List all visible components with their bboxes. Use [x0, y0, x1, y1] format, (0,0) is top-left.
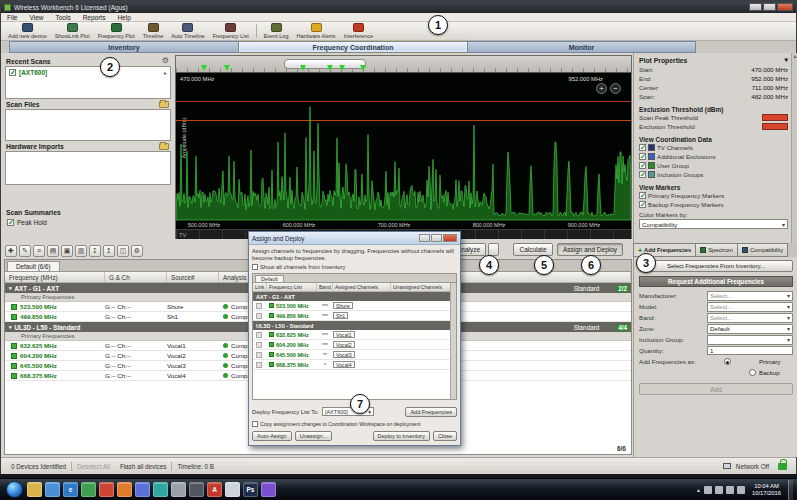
- deselect-all-button[interactable]: Deselect All: [72, 463, 115, 470]
- dialog-table-row[interactable]: 632.625 MHz *** Vocal1: [253, 330, 456, 340]
- link-icon[interactable]: [256, 313, 262, 319]
- backup-markers-toggle[interactable]: ✓Backup Frequency Markers: [639, 200, 788, 209]
- timeline-button[interactable]: Timeline: [139, 22, 168, 40]
- close-button[interactable]: [777, 3, 793, 11]
- tray-icon[interactable]: [704, 486, 712, 494]
- assigned-channel-chip[interactable]: Vocal2: [333, 341, 355, 348]
- app-icon-blue[interactable]: [135, 482, 150, 497]
- menu-file[interactable]: File: [1, 14, 23, 21]
- save-icon[interactable]: ▣: [61, 245, 73, 257]
- hardware-alerts-button[interactable]: Hardware Alerts: [292, 22, 339, 40]
- photoshop-icon[interactable]: Ps: [243, 482, 258, 497]
- tray-icon[interactable]: [715, 486, 723, 494]
- frequency-marker-icon[interactable]: [360, 65, 366, 71]
- interference-button[interactable]: Interference: [340, 22, 377, 40]
- tab-inventory[interactable]: Inventory: [9, 41, 238, 53]
- tray-icon[interactable]: [726, 486, 734, 494]
- collapse-icon[interactable]: ▾: [785, 56, 788, 64]
- frequency-marker-icon[interactable]: [224, 65, 230, 71]
- app-icon-light[interactable]: [225, 482, 240, 497]
- frequency-list-button[interactable]: Frequency List: [209, 22, 253, 40]
- maximize-button[interactable]: [763, 3, 776, 11]
- add-icon[interactable]: ✚: [5, 245, 17, 257]
- app-icon-gray[interactable]: [171, 482, 186, 497]
- start-button[interactable]: [6, 481, 23, 498]
- tab-spectrum[interactable]: Spectrum: [695, 243, 737, 257]
- app-icon-purple[interactable]: [261, 482, 276, 497]
- zoom-range-slider[interactable]: [284, 59, 366, 69]
- tab-frequency-coordination[interactable]: Frequency Coordination: [238, 41, 467, 53]
- checkbox-icon[interactable]: ✓: [639, 192, 646, 199]
- menu-view[interactable]: View: [23, 14, 49, 21]
- column-source[interactable]: Source#: [167, 272, 219, 282]
- assigned-channel-chip[interactable]: Shure: [333, 302, 353, 309]
- frequency-marker-icon[interactable]: [339, 65, 345, 71]
- minimize-button[interactable]: [749, 3, 762, 11]
- dialog-title-bar[interactable]: Assign and Deploy: [249, 232, 460, 245]
- zoom-in-button[interactable]: +: [596, 83, 607, 94]
- assigned-channel-chip[interactable]: Sh1: [333, 312, 348, 319]
- checkbox-icon[interactable]: [252, 264, 258, 270]
- spectrum-plot[interactable]: 470.000 MHz 952.000 MHz Amplitude (dBm) …: [176, 73, 631, 229]
- tv-channels-toggle[interactable]: ✓TV Channels: [639, 143, 788, 152]
- save-all-icon[interactable]: ▥: [75, 245, 87, 257]
- frequency-marker-icon[interactable]: [327, 65, 333, 71]
- column-g-ch[interactable]: G & Ch: [105, 272, 167, 282]
- tray-expand-icon[interactable]: ▲: [696, 487, 701, 493]
- tray-icon[interactable]: [737, 486, 745, 494]
- scrollbar[interactable]: ▲: [791, 53, 797, 243]
- dialog-table-row[interactable]: 645.500 MHz ** Vocal3: [253, 350, 456, 360]
- export-icon[interactable]: ↥: [103, 245, 115, 257]
- dialog-close-button[interactable]: Close: [433, 431, 457, 441]
- link-icon[interactable]: [256, 352, 262, 358]
- band-select[interactable]: Select...▾: [707, 313, 793, 323]
- tab-monitor[interactable]: Monitor: [467, 41, 696, 53]
- frequency-plot-button[interactable]: Frequency Plot: [94, 22, 139, 40]
- frequency-marker-icon[interactable]: [201, 65, 207, 71]
- flash-all-devices-button[interactable]: Flash all devices: [115, 463, 172, 470]
- dialog-maximize-button[interactable]: [431, 234, 442, 242]
- acrobat-icon[interactable]: A: [207, 482, 222, 497]
- model-select[interactable]: Select...▾: [707, 302, 793, 312]
- dialog-group-header[interactable]: AXT - G1 - AXT: [253, 292, 456, 301]
- zone-select[interactable]: Default▾: [707, 324, 793, 334]
- assigned-channel-chip[interactable]: Vocal1: [333, 331, 355, 338]
- app-icon-teal[interactable]: [153, 482, 168, 497]
- frequency-list-tab[interactable]: Default (6/6): [7, 261, 60, 271]
- dialog-table-row[interactable]: 499.850 MHz *** Sh1: [253, 311, 456, 321]
- settings-icon[interactable]: ⚙: [131, 245, 143, 257]
- primary-markers-toggle[interactable]: ✓Primary Frequency Markers: [639, 191, 788, 200]
- scan-peak-threshold-field[interactable]: [762, 114, 788, 121]
- app-icon-green[interactable]: [81, 482, 96, 497]
- dialog-close-icon[interactable]: [443, 234, 457, 242]
- inclusion-groups-toggle[interactable]: ✓Inclusion Groups: [639, 170, 788, 179]
- dialog-table-row[interactable]: 668.375 MHz * Vocal4: [253, 360, 456, 370]
- checkbox-icon[interactable]: ✓: [639, 144, 646, 151]
- checkbox-icon[interactable]: ✓: [7, 219, 14, 226]
- additional-exclusions-toggle[interactable]: ✓Additional Exclusions: [639, 152, 788, 161]
- peak-hold-toggle[interactable]: ✓ Peak Hold: [4, 217, 172, 228]
- link-icon[interactable]: [256, 303, 262, 309]
- checkbox-icon[interactable]: ✓: [639, 162, 646, 169]
- inclusion-group-select[interactable]: ▾: [707, 335, 793, 345]
- dialog-table-row[interactable]: 523.500 MHz *** Shure: [253, 301, 456, 311]
- duplicate-icon[interactable]: ◫: [117, 245, 129, 257]
- internet-explorer-icon[interactable]: e: [63, 482, 78, 497]
- add-new-device-button[interactable]: Add new device: [4, 22, 51, 40]
- checkbox-icon[interactable]: ✓: [639, 153, 646, 160]
- edit-icon[interactable]: ✎: [19, 245, 31, 257]
- show-all-channels-checkbox[interactable]: Show all channels from Inventory: [252, 263, 457, 271]
- deploy-to-inventory-button[interactable]: Deploy to Inventory: [373, 431, 430, 441]
- primary-radio[interactable]: [724, 358, 731, 365]
- taskbar-clock[interactable]: 10:04 AM 10/17/2016: [748, 483, 785, 497]
- checkbox-icon[interactable]: ✓: [9, 69, 16, 76]
- show-desktop-button[interactable]: [788, 480, 793, 500]
- dialog-table-row[interactable]: 604.200 MHz *** Vocal2: [253, 340, 456, 350]
- assigned-channel-chip[interactable]: Vocal3: [333, 351, 355, 358]
- menu-reports[interactable]: Reports: [77, 14, 112, 21]
- column-frequency[interactable]: Frequency (MHz): [5, 272, 105, 282]
- manufacturer-select[interactable]: Select...▾: [707, 291, 793, 301]
- windows-explorer-icon[interactable]: [27, 482, 42, 497]
- scrollbar[interactable]: [450, 283, 456, 399]
- zoom-out-button[interactable]: −: [610, 83, 621, 94]
